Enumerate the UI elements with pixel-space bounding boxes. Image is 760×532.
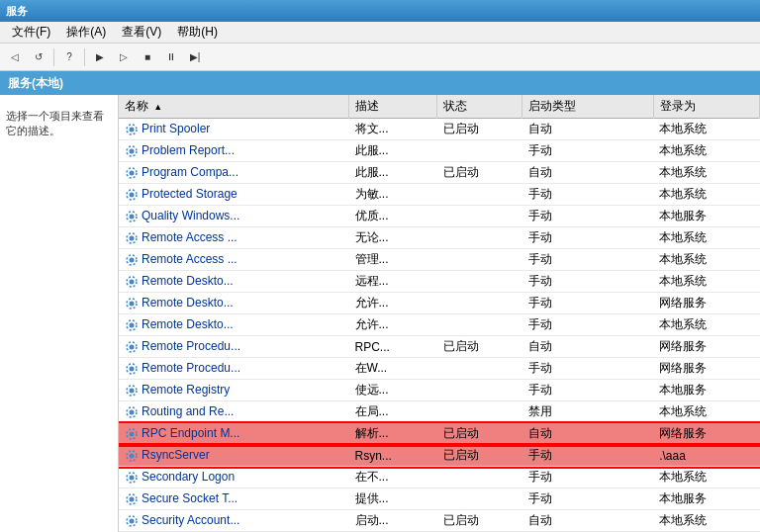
service-name: Secondary Logon [142, 470, 235, 484]
table-row[interactable]: Remote Procedu...在W...手动网络服务 [119, 358, 760, 380]
service-icon [125, 513, 142, 527]
col-name-header[interactable]: 名称 ▲ [119, 95, 349, 119]
service-icon [125, 470, 142, 484]
col-starttype-header[interactable]: 启动类型 [522, 95, 653, 119]
table-row[interactable]: Remote Access ...管理...手动本地系统 [119, 249, 760, 271]
table-row[interactable]: Remote Deskto...允许...手动本地系统 [119, 314, 760, 336]
service-logon: 本地系统 [653, 140, 759, 162]
service-status [437, 293, 522, 314]
table-row[interactable]: Remote Procedu...RPC...已启动自动网络服务 [119, 336, 760, 358]
toolbar-pause-btn[interactable]: ⏸ [160, 46, 182, 68]
toolbar-back-btn[interactable]: ◁ [4, 46, 26, 68]
left-description: 选择一个项目来查看它的描述。 [6, 109, 112, 139]
table-header-row: 名称 ▲ 描述 状态 启动类型 登录为 [119, 95, 760, 119]
service-status [437, 206, 522, 227]
toolbar-restart-btn[interactable]: ▶| [184, 46, 206, 68]
table-row[interactable]: Protected Storage为敏...手动本地系统 [119, 184, 760, 206]
svg-point-36 [130, 518, 135, 523]
sort-arrow: ▲ [153, 102, 162, 112]
service-icon [125, 339, 142, 353]
toolbar-help-btn[interactable]: ? [58, 46, 80, 68]
svg-point-24 [130, 388, 135, 393]
table-row[interactable]: RPC Endpoint M...解析...已启动自动网络服务 [119, 423, 760, 445]
service-name: Print Spooler [142, 122, 210, 135]
table-row[interactable]: RsyncServerRsyn...已启动手动.\aaa [119, 445, 760, 467]
service-logon: 本地系统 [653, 467, 759, 488]
service-status [437, 249, 522, 271]
toolbar-play2-btn[interactable]: ▷ [113, 46, 135, 68]
menu-item[interactable]: 文件(F) [4, 22, 58, 43]
service-desc: 管理... [349, 249, 437, 271]
service-logon: 本地系统 [653, 510, 759, 532]
service-name: Secure Socket T... [142, 491, 238, 505]
service-logon: 网络服务 [653, 358, 759, 380]
service-logon: 本地系统 [653, 162, 759, 184]
table-row[interactable]: Security Account...启动...已启动自动本地系统 [119, 510, 760, 532]
service-name: Program Compa... [142, 165, 238, 179]
table-row[interactable]: Remote Access ...无论...手动本地系统 [119, 227, 760, 249]
menu-item[interactable]: 操作(A) [58, 22, 114, 43]
table-row[interactable]: Remote Deskto...远程...手动本地系统 [119, 271, 760, 293]
menu-item[interactable]: 帮助(H) [169, 22, 226, 43]
toolbar: ◁ ↺ ? ▶ ▷ ■ ⏸ ▶| [0, 44, 760, 71]
table-row[interactable]: Routing and Re...在局...禁用本地系统 [119, 401, 760, 423]
service-status: 已启动 [437, 445, 522, 467]
table-row[interactable]: Secondary Logon在不...手动本地系统 [119, 467, 760, 488]
services-table: 名称 ▲ 描述 状态 启动类型 登录为 Print Spooler将文...已启… [119, 95, 760, 532]
col-desc-header[interactable]: 描述 [349, 95, 437, 119]
toolbar-refresh-btn[interactable]: ↺ [28, 46, 49, 68]
service-status: 已启动 [437, 336, 522, 358]
menu-item[interactable]: 查看(V) [114, 22, 169, 43]
svg-point-16 [130, 301, 135, 306]
svg-point-0 [130, 127, 135, 132]
service-status [437, 271, 522, 293]
table-row[interactable]: Quality Windows...优质...手动本地服务 [119, 206, 760, 227]
service-start-type: 手动 [522, 488, 653, 510]
service-icon [125, 361, 142, 375]
service-desc: 提供... [349, 488, 437, 510]
service-start-type: 手动 [522, 249, 653, 271]
service-name: Remote Deskto... [142, 296, 234, 310]
service-start-type: 手动 [522, 314, 653, 336]
svg-point-14 [130, 279, 135, 284]
service-name: Remote Procedu... [142, 361, 240, 375]
service-start-type: 手动 [522, 445, 653, 467]
service-icon [125, 143, 142, 157]
table-row[interactable]: Remote Deskto...允许...手动网络服务 [119, 293, 760, 314]
service-start-type: 自动 [522, 119, 653, 140]
col-status-header[interactable]: 状态 [437, 95, 522, 119]
service-desc: 允许... [349, 293, 437, 314]
table-row[interactable]: Remote Registry使远...手动本地服务 [119, 380, 760, 401]
scroll-area[interactable]: 名称 ▲ 描述 状态 启动类型 登录为 Print Spooler将文...已启… [119, 95, 760, 532]
service-icon [125, 448, 142, 462]
service-desc: RPC... [349, 336, 437, 358]
svg-point-12 [130, 257, 135, 262]
toolbar-stop-btn[interactable]: ■ [137, 46, 158, 68]
toolbar-sep2 [84, 48, 85, 66]
service-status: 已启动 [437, 119, 522, 140]
table-row[interactable]: Program Compa...此服...已启动自动本地系统 [119, 162, 760, 184]
service-icon [125, 317, 142, 331]
svg-point-28 [130, 431, 135, 436]
service-desc: 此服... [349, 162, 437, 184]
table-row[interactable]: Problem Report...此服...手动本地系统 [119, 140, 760, 162]
col-logon-header[interactable]: 登录为 [653, 95, 759, 119]
service-start-type: 手动 [522, 271, 653, 293]
service-start-type: 自动 [522, 510, 653, 532]
service-logon: 本地系统 [653, 271, 759, 293]
service-icon [125, 426, 142, 440]
table-row[interactable]: Secure Socket T...提供...手动本地服务 [119, 488, 760, 510]
service-name: Remote Deskto... [142, 317, 234, 331]
service-status: 已启动 [437, 510, 522, 532]
service-start-type: 禁用 [522, 401, 653, 423]
svg-point-30 [130, 453, 135, 458]
service-name: Remote Access ... [142, 230, 238, 244]
toolbar-play-btn[interactable]: ▶ [89, 46, 111, 68]
table-row[interactable]: Print Spooler将文...已启动自动本地系统 [119, 119, 760, 140]
service-icon [125, 252, 142, 266]
toolbar-sep1 [53, 48, 54, 66]
service-desc: Rsyn... [349, 445, 437, 467]
service-name: Remote Procedu... [142, 339, 240, 353]
svg-point-10 [130, 235, 135, 240]
service-name: Security Account... [142, 513, 239, 527]
